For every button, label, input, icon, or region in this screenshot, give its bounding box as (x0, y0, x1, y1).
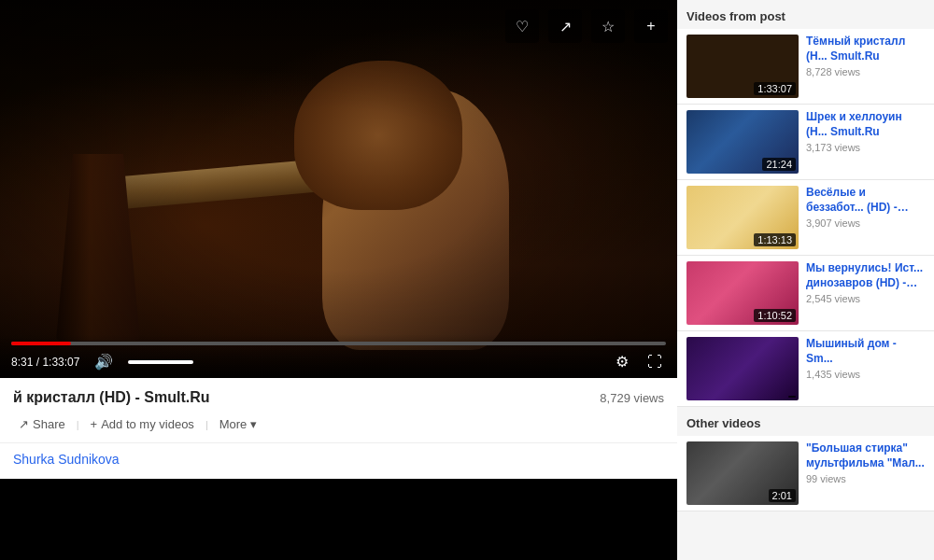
volume-slider[interactable] (128, 360, 193, 364)
thumbnail-1: 1:33:07 (686, 35, 799, 98)
separator-1: | (77, 419, 79, 430)
video-meta-2: Шрек и хеллоуин (H... Smult.Ru 3,173 vie… (806, 110, 925, 174)
top-action-bar: ♡ ↗ ☆ + (505, 9, 668, 43)
videos-from-post-title: Videos from post (677, 0, 934, 29)
plus-button[interactable]: + (634, 9, 668, 43)
video-item-views-4: 2,545 views (806, 293, 925, 304)
controls-row: 8:31 / 1:33:07 🔊 ⚙ ⛶ (11, 353, 666, 371)
duration-badge-5 (788, 396, 796, 398)
duration-badge-4: 1:10:52 (754, 309, 796, 322)
video-item-title-3[interactable]: Весёлые и беззабот... (HD) - Smult.Ru (806, 186, 925, 215)
settings-button[interactable]: ⚙ (612, 353, 632, 371)
video-meta-3: Весёлые и беззабот... (HD) - Smult.Ru 3,… (806, 186, 925, 249)
video-item-title-5[interactable]: Мышиный дом - Sm... (806, 337, 925, 366)
video-title: й кристалл (HD) - Smult.Ru (13, 389, 210, 406)
video-info: й кристалл (HD) - Smult.Ru 8,729 views ↗… (0, 378, 677, 442)
sidebar: Videos from post 1:33:07 Тёмный кристалл… (677, 0, 934, 560)
channel-name[interactable]: Shurka Sudnikova (13, 452, 120, 467)
thumbnail-2: 21:24 (686, 110, 799, 174)
video-meta-4: Мы вернулись! Ист... динозавров (HD) - S… (806, 261, 925, 325)
share-button-top[interactable]: ↗ (548, 9, 582, 43)
time-display: 8:31 / 1:33:07 (11, 356, 79, 369)
duration-badge-6: 2:01 (769, 489, 796, 502)
separator-2: | (205, 419, 208, 430)
progress-bar[interactable] (11, 342, 666, 345)
list-item[interactable]: 2:01 "Большая стирка" мультфильма "Мал..… (677, 436, 934, 511)
other-videos-title: Other videos (677, 407, 934, 436)
thumbnail-4: 1:10:52 (686, 261, 799, 325)
controls-bar: 8:31 / 1:33:07 🔊 ⚙ ⛶ (0, 334, 677, 378)
list-item[interactable]: 21:24 Шрек и хеллоуин (H... Smult.Ru 3,1… (677, 105, 934, 180)
thumb-image-5 (686, 337, 799, 400)
video-item-views-2: 3,173 views (806, 142, 925, 153)
add-icon: + (91, 417, 98, 431)
video-item-views-1: 8,728 views (806, 66, 925, 77)
add-to-videos-button[interactable]: + Add to my videos (85, 413, 200, 435)
total-time: 1:33:07 (42, 356, 79, 369)
more-chevron-icon: ▾ (250, 417, 257, 431)
list-item[interactable]: Мышиный дом - Sm... 1,435 views (677, 331, 934, 407)
video-item-title-6[interactable]: "Большая стирка" мультфильма "Мал... (806, 441, 925, 470)
thumbnail-3: 1:13:13 (686, 186, 799, 249)
video-meta-5: Мышиный дом - Sm... 1,435 views (806, 337, 925, 400)
add-label: Add to my videos (101, 417, 194, 431)
video-item-title-1[interactable]: Тёмный кристалл (H... Smult.Ru (806, 35, 925, 63)
list-item[interactable]: 1:10:52 Мы вернулись! Ист... динозавров … (677, 256, 934, 331)
volume-button[interactable]: 🔊 (91, 353, 117, 371)
like-button[interactable]: ♡ (505, 9, 539, 43)
list-item[interactable]: 1:13:13 Весёлые и беззабот... (HD) - Smu… (677, 180, 934, 256)
thumbnail-6: 2:01 (686, 441, 799, 505)
video-item-title-4[interactable]: Мы вернулись! Ист... динозавров (HD) - S… (806, 261, 925, 290)
progress-fill (11, 342, 71, 345)
duration-badge-2: 21:24 (762, 158, 796, 171)
thumbnail-5 (686, 337, 799, 400)
scene-character-right-head (294, 61, 462, 210)
video-meta-6: "Большая стирка" мультфильма "Мал... 99 … (806, 441, 925, 505)
share-label: Share (33, 417, 65, 431)
share-icon: ↗ (19, 417, 29, 431)
duration-badge-3: 1:13:13 (754, 233, 796, 246)
video-area[interactable]: ♡ ↗ ☆ + 8:31 / 1:33:07 🔊 ⚙ ⛶ (0, 0, 677, 378)
view-count: 8,729 views (600, 391, 664, 405)
duration-badge-1: 1:33:07 (754, 82, 796, 95)
more-label: More (219, 417, 248, 431)
player-section: ♡ ↗ ☆ + 8:31 / 1:33:07 🔊 ⚙ ⛶ (0, 0, 677, 560)
action-row: ↗ Share | + Add to my videos | More ▾ (13, 413, 664, 435)
share-action-button[interactable]: ↗ Share (13, 413, 71, 435)
video-item-title-2[interactable]: Шрек и хеллоуин (H... Smult.Ru (806, 110, 925, 139)
channel-info: Shurka Sudnikova (0, 442, 677, 479)
more-button[interactable]: More ▾ (214, 413, 263, 435)
video-item-views-5: 1,435 views (806, 369, 925, 380)
title-row: й кристалл (HD) - Smult.Ru 8,729 views (13, 389, 664, 406)
list-item[interactable]: 1:33:07 Тёмный кристалл (H... Smult.Ru 8… (677, 29, 934, 105)
video-item-views-3: 3,907 views (806, 217, 925, 229)
video-meta-1: Тёмный кристалл (H... Smult.Ru 8,728 vie… (806, 35, 925, 98)
fullscreen-button[interactable]: ⛶ (644, 354, 666, 371)
current-time: 8:31 (11, 356, 33, 369)
video-item-views-6: 99 views (806, 473, 925, 484)
star-button[interactable]: ☆ (591, 9, 625, 43)
